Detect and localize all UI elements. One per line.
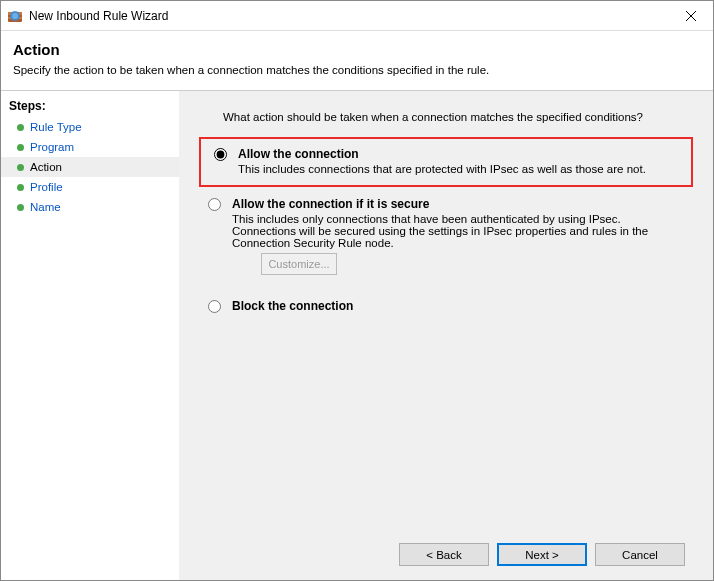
bullet-icon <box>17 124 24 131</box>
step-label: Rule Type <box>30 121 82 133</box>
step-label: Program <box>30 141 74 153</box>
option-text: Block the connection <box>232 299 353 313</box>
next-button[interactable]: Next > <box>497 543 587 566</box>
content-panel: What action should be taken when a conne… <box>179 91 713 580</box>
highlight-box: Allow the connection This includes conne… <box>199 137 693 187</box>
header: Action Specify the action to be taken wh… <box>1 31 713 90</box>
bullet-icon <box>17 144 24 151</box>
svg-point-6 <box>12 13 18 19</box>
option-desc: This includes connections that are prote… <box>238 163 646 175</box>
step-rule-type[interactable]: Rule Type <box>1 117 179 137</box>
radio-allow[interactable] <box>214 148 227 161</box>
button-row: < Back Next > Cancel <box>195 533 697 580</box>
option-allow-secure[interactable]: Allow the connection if it is secure Thi… <box>203 197 689 275</box>
bullet-icon <box>17 204 24 211</box>
option-label: Allow the connection if it is secure <box>232 197 662 211</box>
steps-label: Steps: <box>1 97 179 117</box>
option-label: Block the connection <box>232 299 353 313</box>
body: Steps: Rule Type Program Action Profile … <box>1 91 713 580</box>
firewall-icon <box>7 8 23 24</box>
page-subtitle: Specify the action to be taken when a co… <box>13 64 701 76</box>
step-profile[interactable]: Profile <box>1 177 179 197</box>
option-desc: This includes only connections that have… <box>232 213 662 249</box>
back-button[interactable]: < Back <box>399 543 489 566</box>
option-text: Allow the connection This includes conne… <box>238 147 646 175</box>
step-label: Profile <box>30 181 63 193</box>
step-action[interactable]: Action <box>1 157 179 177</box>
option-block[interactable]: Block the connection <box>203 299 689 313</box>
step-program[interactable]: Program <box>1 137 179 157</box>
radio-block[interactable] <box>208 300 221 313</box>
bullet-icon <box>17 164 24 171</box>
customize-button: Customize... <box>261 253 337 275</box>
radio-allow-secure[interactable] <box>208 198 221 211</box>
cancel-button[interactable]: Cancel <box>595 543 685 566</box>
close-button[interactable] <box>668 1 713 31</box>
titlebar: New Inbound Rule Wizard <box>1 1 713 31</box>
page-title: Action <box>13 41 701 58</box>
wizard-window: New Inbound Rule Wizard Action Specify t… <box>0 0 714 581</box>
question-text: What action should be taken when a conne… <box>223 111 697 123</box>
sidebar: Steps: Rule Type Program Action Profile … <box>1 91 179 580</box>
close-icon <box>686 11 696 21</box>
window-title: New Inbound Rule Wizard <box>29 9 668 23</box>
option-label: Allow the connection <box>238 147 646 161</box>
step-name[interactable]: Name <box>1 197 179 217</box>
spacer <box>195 323 697 533</box>
step-label: Action <box>30 161 62 173</box>
step-label: Name <box>30 201 61 213</box>
bullet-icon <box>17 184 24 191</box>
option-allow[interactable]: Allow the connection This includes conne… <box>209 147 683 175</box>
option-text: Allow the connection if it is secure Thi… <box>232 197 662 275</box>
